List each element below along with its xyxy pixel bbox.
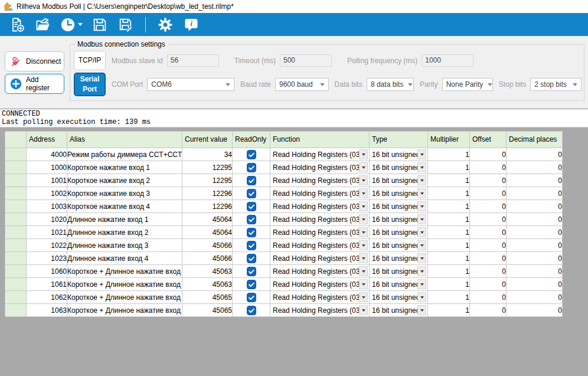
- function-dropdown-button[interactable]: [359, 149, 368, 159]
- function-select[interactable]: Read Holding Registers (03): [270, 187, 369, 200]
- row-selector[interactable]: [5, 226, 27, 239]
- function-dropdown-button[interactable]: [359, 201, 368, 211]
- cell-current-value[interactable]: 12295: [182, 174, 233, 187]
- cell-multiplier[interactable]: 1: [428, 174, 470, 187]
- cell-alias[interactable]: Длинное нажатие вход 1: [67, 213, 182, 226]
- type-dropdown-button[interactable]: [417, 266, 426, 276]
- function-dropdown-button[interactable]: [359, 162, 368, 172]
- type-select[interactable]: 16 bit unsigned: [370, 200, 427, 212]
- cell-alias[interactable]: Длинное нажатие вход 4: [67, 252, 182, 265]
- type-select[interactable]: 16 bit unsigned: [370, 213, 427, 225]
- function-select[interactable]: Read Holding Registers (03): [270, 200, 369, 212]
- stop-bits-select[interactable]: 2 stop bits: [530, 78, 582, 91]
- cell-address[interactable]: 1002: [27, 187, 67, 200]
- new-file-button[interactable]: [6, 15, 28, 34]
- add-register-button[interactable]: Add register: [5, 74, 64, 94]
- cell-current-value[interactable]: 45065: [182, 291, 233, 304]
- readonly-checkbox[interactable]: [247, 293, 256, 302]
- type-select[interactable]: 16 bit unsigned: [370, 304, 427, 316]
- type-dropdown-button[interactable]: [417, 162, 426, 172]
- cell-address[interactable]: 1060: [27, 265, 67, 278]
- cell-multiplier[interactable]: 1: [428, 226, 470, 239]
- cell-offset[interactable]: 0: [470, 265, 507, 278]
- cell-offset[interactable]: 0: [470, 213, 507, 226]
- function-dropdown-button[interactable]: [359, 240, 368, 250]
- cell-alias[interactable]: Короткое нажатие вход 4: [67, 200, 182, 213]
- open-file-button[interactable]: [32, 15, 54, 34]
- col-header-type[interactable]: Type: [370, 132, 428, 148]
- type-dropdown-button[interactable]: [417, 175, 426, 185]
- function-select[interactable]: Read Holding Registers (03): [270, 239, 369, 251]
- cell-decimal-places[interactable]: 0: [507, 239, 563, 252]
- cell-address[interactable]: 1022: [27, 239, 67, 252]
- row-selector[interactable]: [5, 265, 27, 278]
- recent-files-button[interactable]: [58, 15, 85, 34]
- cell-multiplier[interactable]: 1: [428, 265, 470, 278]
- cell-offset[interactable]: 0: [470, 226, 507, 239]
- function-select[interactable]: Read Holding Registers (03): [270, 148, 369, 161]
- cell-address[interactable]: 1020: [27, 213, 67, 226]
- type-select[interactable]: 16 bit unsigned: [370, 148, 427, 161]
- cell-decimal-places[interactable]: 0: [507, 291, 563, 304]
- type-select[interactable]: 16 bit unsigned: [370, 161, 427, 174]
- type-select[interactable]: 16 bit unsigned: [370, 265, 427, 277]
- cell-alias[interactable]: Короткое нажатие вход 2: [67, 174, 182, 187]
- row-selector[interactable]: [5, 278, 27, 291]
- cell-alias[interactable]: Длинное нажатие вход 3: [67, 239, 182, 252]
- cell-alias[interactable]: Режим работы диммера CCT+CCT: [67, 148, 182, 161]
- readonly-checkbox[interactable]: [247, 189, 256, 198]
- readonly-checkbox[interactable]: [247, 163, 256, 172]
- readonly-checkbox[interactable]: [247, 306, 256, 315]
- readonly-checkbox[interactable]: [247, 150, 256, 159]
- cell-address[interactable]: 1021: [27, 226, 67, 239]
- type-dropdown-button[interactable]: [417, 188, 426, 198]
- cell-offset[interactable]: 0: [470, 239, 507, 252]
- type-dropdown-button[interactable]: [417, 149, 426, 159]
- type-dropdown-button[interactable]: [417, 240, 426, 250]
- function-dropdown-button[interactable]: [359, 292, 368, 302]
- info-button[interactable]: i: [180, 15, 202, 34]
- row-selector[interactable]: [5, 213, 27, 226]
- cell-decimal-places[interactable]: 0: [507, 252, 563, 265]
- cell-offset[interactable]: 0: [470, 304, 507, 317]
- type-select[interactable]: 16 bit unsigned: [370, 291, 427, 303]
- type-dropdown-button[interactable]: [417, 214, 426, 224]
- parity-select[interactable]: None Parity: [442, 78, 493, 91]
- cell-alias[interactable]: Короткое нажатие вход 3: [67, 187, 182, 200]
- function-select[interactable]: Read Holding Registers (03): [270, 161, 369, 174]
- col-header-multiplier[interactable]: Multiplier: [428, 132, 470, 148]
- cell-address[interactable]: 4000: [27, 148, 67, 161]
- function-select[interactable]: Read Holding Registers (03): [270, 252, 369, 264]
- cell-alias[interactable]: Короткое + Длинное нажатие вход 2: [67, 278, 182, 291]
- settings-button[interactable]: [154, 15, 177, 34]
- row-selector[interactable]: [5, 239, 27, 252]
- cell-address[interactable]: 1061: [27, 278, 67, 291]
- cell-address[interactable]: 1001: [27, 174, 67, 187]
- cell-multiplier[interactable]: 1: [428, 148, 470, 161]
- cell-current-value[interactable]: 45066: [182, 252, 233, 265]
- type-select[interactable]: 16 bit unsigned: [370, 187, 427, 200]
- type-dropdown-button[interactable]: [417, 201, 426, 211]
- timeout-input[interactable]: 500: [280, 54, 332, 67]
- save-as-button[interactable]: [115, 15, 137, 34]
- col-header-decimal-places[interactable]: Decimal places: [507, 132, 563, 148]
- function-select[interactable]: Read Holding Registers (03): [270, 278, 369, 290]
- type-select[interactable]: 16 bit unsigned: [370, 174, 427, 187]
- cell-decimal-places[interactable]: 0: [507, 226, 563, 239]
- cell-multiplier[interactable]: 1: [428, 252, 470, 265]
- cell-alias[interactable]: Короткое + Длинное нажатие вход 4: [67, 304, 182, 317]
- cell-multiplier[interactable]: 1: [428, 187, 470, 200]
- cell-current-value[interactable]: 45065: [182, 304, 233, 317]
- cell-current-value[interactable]: 45064: [182, 213, 233, 226]
- function-dropdown-button[interactable]: [359, 188, 368, 198]
- type-dropdown-button[interactable]: [417, 292, 426, 302]
- function-select[interactable]: Read Holding Registers (03): [270, 213, 369, 225]
- col-header-offset[interactable]: Offset: [470, 132, 507, 148]
- type-dropdown-button[interactable]: [417, 279, 426, 289]
- cell-offset[interactable]: 0: [470, 161, 507, 174]
- serial-mode-button[interactable]: Serial Port: [74, 73, 106, 96]
- row-selector[interactable]: [5, 161, 27, 174]
- readonly-checkbox[interactable]: [247, 202, 256, 211]
- type-select[interactable]: 16 bit unsigned: [370, 278, 427, 290]
- cell-current-value[interactable]: 12295: [182, 161, 233, 174]
